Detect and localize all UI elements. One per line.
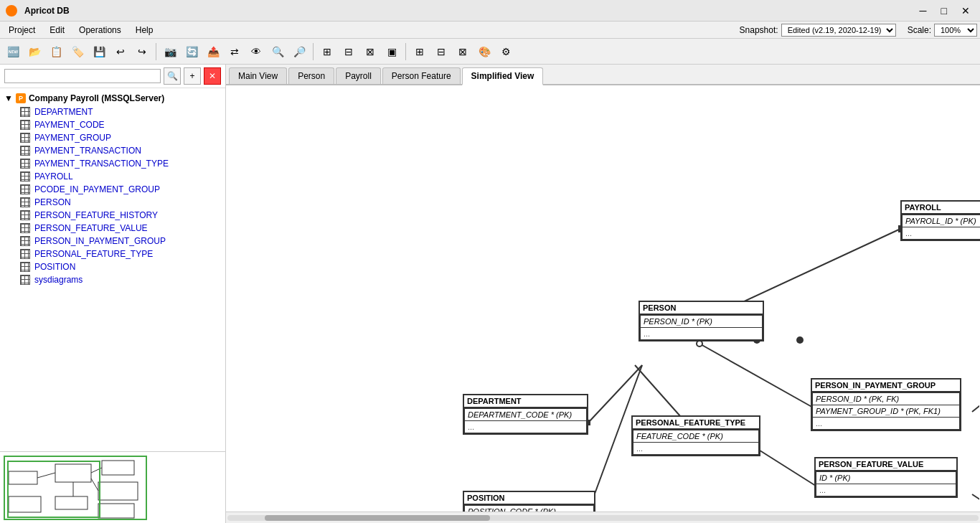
- zoom-btn[interactable]: 🔎: [289, 42, 309, 62]
- svg-line-17: [588, 365, 642, 423]
- tree-item-payment-transaction-type[interactable]: PAYMENT_TRANSACTION_TYPE: [0, 157, 225, 170]
- close-button[interactable]: ✕: [957, 4, 974, 18]
- open-button[interactable]: 📂: [24, 42, 44, 62]
- filter-btn[interactable]: 🔍: [268, 42, 288, 62]
- entity-pft-pk: FEATURE_CODE * (PK): [633, 430, 758, 443]
- entity-payroll-more: ...: [903, 227, 980, 239]
- entity-department[interactable]: DEPARTMENT DEPARTMENT_CODE * (PK) ...: [463, 394, 588, 435]
- entity-person-feature-value[interactable]: PERSON_FEATURE_VALUE ID * (PK) ...: [814, 457, 958, 498]
- undo-button[interactable]: ↩: [110, 42, 131, 62]
- menu-operations[interactable]: Operations: [73, 24, 127, 37]
- export-btn[interactable]: 📤: [203, 42, 223, 62]
- tab-person[interactable]: Person: [288, 67, 334, 84]
- tree-item-position[interactable]: POSITION: [0, 260, 225, 273]
- hscroll-thumb[interactable]: [265, 515, 490, 521]
- search-input[interactable]: [4, 69, 161, 83]
- search-add-button[interactable]: +: [184, 67, 201, 85]
- entity-position[interactable]: POSITION POSITION_CODE * (PK) POSITION_S…: [463, 491, 595, 512]
- entity-pipg-body: PERSON_ID * (PK, FK) PAYMENT_GROUP_ID * …: [812, 392, 960, 430]
- svg-rect-1: [55, 464, 91, 482]
- tree-item-label: PERSON_FEATURE_VALUE: [34, 223, 148, 233]
- entity-payroll[interactable]: PAYROLL PAYROLL_ID * (PK) ...: [900, 200, 980, 241]
- toolbar-sep-2: [313, 43, 314, 60]
- table-icon: [20, 262, 30, 272]
- entity-pfv-body: ID * (PK) ...: [816, 471, 956, 496]
- entity-person[interactable]: PERSON PERSON_ID * (PK) ...: [639, 301, 764, 341]
- right-panel: Main View Person Payroll Person Feature …: [226, 65, 980, 523]
- tabs: Main View Person Payroll Person Feature …: [226, 65, 980, 85]
- menu-project[interactable]: Project: [3, 24, 41, 37]
- tab-main-view[interactable]: Main View: [229, 67, 287, 84]
- tab-person-feature[interactable]: Person Feature: [382, 67, 461, 84]
- refresh-btn[interactable]: 🔄: [182, 42, 202, 62]
- save-button[interactable]: 💾: [89, 42, 109, 62]
- tree-item-label: PAYMENT_GROUP: [34, 133, 111, 143]
- view-btn[interactable]: 👁: [246, 42, 266, 62]
- toolbar-sep-3: [405, 43, 406, 60]
- snapshot-label: Snapshot:: [740, 25, 778, 35]
- tree-item-person-in-payment-group[interactable]: PERSON_IN_PAYMENT_GROUP: [0, 235, 225, 248]
- tree-item-label: POSITION: [34, 262, 75, 272]
- minimize-button[interactable]: ─: [915, 4, 931, 18]
- entity-pft-title: PERSONAL_FEATURE_TYPE: [633, 417, 759, 430]
- new-button[interactable]: 🆕: [3, 42, 23, 62]
- relation-btn[interactable]: ⊠: [453, 42, 473, 62]
- table-btn[interactable]: ⊞: [410, 42, 430, 62]
- entity-position-pk1: POSITION_CODE * (PK): [465, 506, 593, 512]
- snapshot-select[interactable]: Edited (v2.19, 2020-12-19): [781, 24, 896, 37]
- entity-person-in-payment-group[interactable]: PERSON_IN_PAYMENT_GROUP PERSON_ID * (PK,…: [811, 378, 961, 431]
- menu-help[interactable]: Help: [130, 24, 159, 37]
- transfer-btn[interactable]: ⇄: [225, 42, 245, 62]
- entity-pipg-more: ...: [813, 418, 959, 429]
- tree-item-label: DEPARTMENT: [34, 107, 93, 117]
- svg-rect-2: [102, 461, 134, 475]
- prop-btn[interactable]: ⚙: [496, 42, 516, 62]
- tree-item-sysdiagrams[interactable]: sysdiagrams: [0, 273, 225, 286]
- thumbnail-panel: [0, 451, 225, 523]
- tab-simplified-view[interactable]: Simplified View: [462, 67, 544, 85]
- group-btn[interactable]: ▣: [382, 42, 402, 62]
- tree-item-payment-code[interactable]: PAYMENT_CODE: [0, 118, 225, 131]
- tree-item-person[interactable]: PERSON: [0, 196, 225, 209]
- svg-rect-6: [98, 504, 134, 518]
- entity-personal-feature-type[interactable]: PERSONAL_FEATURE_TYPE FEATURE_CODE * (PK…: [631, 415, 760, 456]
- tree-item-department[interactable]: DEPARTMENT: [0, 105, 225, 118]
- table-icon: [20, 275, 30, 285]
- tab-payroll[interactable]: Payroll: [336, 67, 381, 84]
- column-btn[interactable]: ⊟: [431, 42, 451, 62]
- tree-item-payment-group[interactable]: PAYMENT_GROUP: [0, 131, 225, 144]
- titlebar-controls[interactable]: ─ □ ✕: [915, 4, 974, 18]
- align-btn[interactable]: ⊞: [317, 42, 337, 62]
- snapshot-btn[interactable]: 📷: [160, 42, 180, 62]
- tree-item-payment-transaction[interactable]: PAYMENT_TRANSACTION: [0, 144, 225, 157]
- maximize-button[interactable]: □: [937, 4, 951, 18]
- menu-edit[interactable]: Edit: [44, 24, 70, 37]
- tree-item-label: PERSON_IN_PAYMENT_GROUP: [34, 236, 166, 246]
- color-btn[interactable]: 🎨: [474, 42, 494, 62]
- table-icon: [20, 236, 30, 246]
- entity-pipg-pk1: PERSON_ID * (PK, FK): [813, 393, 959, 405]
- distribute-btn[interactable]: ⊟: [339, 42, 359, 62]
- tag-button[interactable]: 🏷️: [67, 42, 88, 62]
- tree-item-personal-feature-type[interactable]: PERSONAL_FEATURE_TYPE: [0, 248, 225, 260]
- horizontal-scrollbar[interactable]: [226, 512, 980, 523]
- scale-select[interactable]: 100%: [934, 24, 977, 37]
- layout-btn[interactable]: ⊠: [360, 42, 380, 62]
- tree-item-person-feature-value[interactable]: PERSON_FEATURE_VALUE: [0, 222, 225, 235]
- left-panel: 🔍 + ✕ ▼ P Company Payroll (MSSQLServer) …: [0, 65, 226, 523]
- tree-root[interactable]: ▼ P Company Payroll (MSSQLServer): [0, 91, 225, 105]
- redo-button[interactable]: ↪: [132, 42, 152, 62]
- entity-pft-body: FEATURE_CODE * (PK) ...: [633, 430, 759, 455]
- entity-pipg-title: PERSON_IN_PAYMENT_GROUP: [812, 380, 960, 392]
- info-button[interactable]: 📋: [46, 42, 66, 62]
- entity-department-pk: DEPARTMENT_CODE * (PK): [465, 409, 586, 421]
- tree-item-pcode-in-payment-group[interactable]: PCODE_IN_PAYMENT_GROUP: [0, 183, 225, 196]
- diagram-canvas[interactable]: PAYROLL PAYROLL_ID * (PK) ... PERSON PER…: [226, 85, 980, 512]
- search-clear-button[interactable]: ✕: [204, 67, 221, 85]
- entity-person-title: PERSON: [640, 302, 763, 315]
- tree-item-payroll[interactable]: PAYROLL: [0, 170, 225, 183]
- table-icon: [20, 249, 30, 259]
- tree: ▼ P Company Payroll (MSSQLServer) DEPART…: [0, 88, 225, 451]
- tree-item-person-feature-history[interactable]: PERSON_FEATURE_HISTORY: [0, 209, 225, 222]
- search-button[interactable]: 🔍: [164, 67, 181, 85]
